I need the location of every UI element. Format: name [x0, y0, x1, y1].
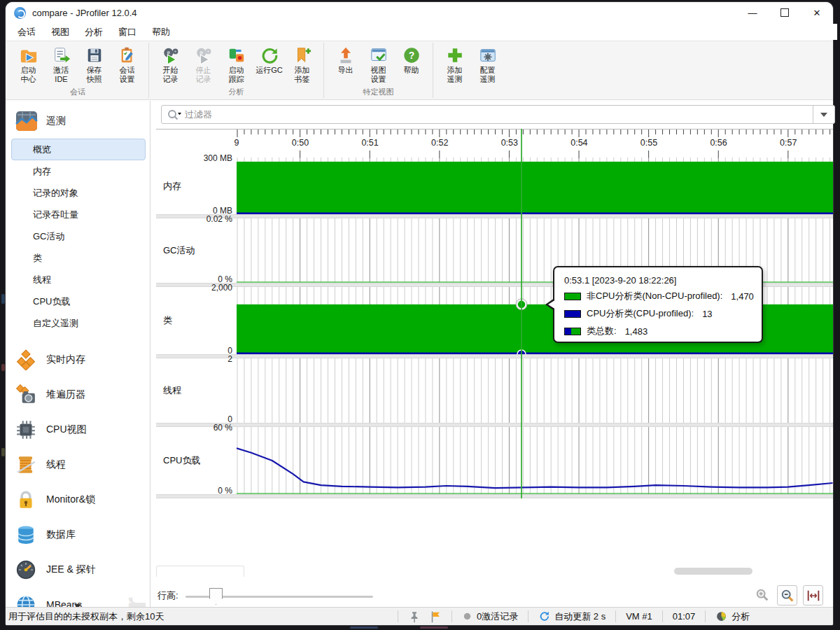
vm-selector[interactable]: VM #1 [622, 611, 657, 622]
sidebar-item-databases[interactable]: 数据库 [6, 517, 150, 552]
monitor-locks-label: Monitor&锁 [46, 493, 95, 506]
telemetry-chart-area[interactable]: 90:500:510:520:530:540:550:560:57内存300 M… [156, 129, 833, 605]
sidebar-item-线程[interactable]: 线程 [11, 269, 146, 290]
row-height-slider-thumb[interactable] [209, 588, 223, 605]
sidebar-tool-list: 实时内存堆遍历器CPU视图线程Monitor&锁数据库JEE & 探针MBean… [6, 342, 150, 610]
toolbar-group-会话: 启动 中心激活 IDE保存 快照会话 设置会话 [8, 41, 147, 99]
add-bookmark-icon [293, 46, 312, 65]
tooltip-row: 非CPU分析类(Non-CPU-profiled):1,470 [564, 290, 762, 302]
export-label: 导出 [338, 66, 354, 75]
sidebar-item-CPU负载[interactable]: CPU负载 [11, 290, 146, 312]
sidebar-item-monitor-locks[interactable]: Monitor&锁 [6, 482, 150, 517]
start-recording-button[interactable]: 开始 记录 [155, 44, 186, 85]
plot-内存[interactable] [237, 158, 833, 214]
run-gc-button[interactable]: 运行GC [253, 44, 285, 85]
menu-item-窗口[interactable]: 窗口 [111, 24, 144, 41]
time-axis-label: 0:56 [710, 138, 727, 148]
status-bar-right: 0激活记录 自动更新 2 s VM #1 01:07 [392, 608, 754, 625]
search-filter-icon [167, 108, 182, 121]
stop-recording-icon [194, 46, 214, 65]
start-tracking-label: 启动 跟踪 [229, 66, 244, 84]
jee-probes-label: JEE & 探针 [46, 564, 96, 576]
tooltip-title: 0:53.1 [2023-9-20 18:22:26] [564, 275, 762, 286]
zoom-in-icon [755, 587, 770, 603]
chart-row-label: CPU负载 [163, 454, 200, 467]
sidebar-item-内存[interactable]: 内存 [11, 160, 146, 182]
start-tracking-button[interactable]: 启动 跟踪 [220, 44, 252, 85]
legend-swatch-green [564, 293, 581, 300]
window-title: compare - JProfiler 12.0.4 [32, 8, 137, 18]
databases-label: 数据库 [46, 528, 76, 541]
filter-dropdown-button[interactable] [813, 106, 834, 123]
sidebar-item-记录的对象[interactable]: 记录的对象 [11, 182, 146, 204]
fit-width-button[interactable] [803, 585, 823, 606]
license-status-text: 用于评估目的的未授权副本，剩余10天 [8, 610, 164, 623]
zoom-out-icon [780, 588, 795, 603]
help-button[interactable]: ?帮助 [396, 44, 427, 85]
sidebar-item-类[interactable]: 类 [11, 247, 146, 269]
maximize-button[interactable] [769, 2, 801, 23]
svg-text:?: ? [408, 50, 414, 61]
sidebar-item-记录吞吐量[interactable]: 记录吞吐量 [11, 204, 146, 225]
legend-swatch-both [564, 328, 581, 335]
y-max-label: 300 MB [155, 153, 237, 163]
y-max-label: 2 [155, 354, 237, 364]
threads-label: 线程 [46, 458, 66, 471]
sidebar-item-live-memory[interactable]: 实时内存 [6, 342, 150, 377]
minimize-button[interactable]: — [736, 2, 769, 23]
menu-item-分析[interactable]: 分析 [77, 24, 111, 41]
stop-recording-button[interactable]: 停止 记录 [188, 44, 219, 85]
time-axis-label: 0:57 [780, 138, 797, 148]
close-button[interactable]: ✕ [801, 2, 833, 23]
refresh-icon [538, 610, 550, 622]
sidebar-item-自定义遥测[interactable]: 自定义遥测 [11, 312, 146, 334]
threads-icon [15, 454, 36, 475]
chart-row-label: GC活动 [163, 244, 195, 257]
save-snapshot-icon [85, 46, 104, 65]
chart-row-内存: 内存300 MB0 MB [156, 158, 833, 214]
hscrollbar-thumb[interactable] [674, 568, 752, 575]
zoom-in-button[interactable] [752, 585, 771, 604]
save-snapshot-button[interactable]: 保存 快照 [78, 44, 110, 85]
session-settings-button[interactable]: 会话 设置 [111, 44, 143, 85]
plot-CPU负载[interactable] [237, 427, 833, 494]
time-axis-label: 9 [234, 138, 239, 148]
sidebar: 遥测 概览内存记录的对象记录吞吐量GC活动类线程CPU负载自定义遥测 实时内存堆… [6, 101, 150, 610]
tooltip-row: 类总数:1,483 [564, 325, 762, 337]
toolbar-group-label [439, 96, 503, 99]
filter-bar[interactable]: 过滤器 [161, 105, 835, 124]
export-button[interactable]: 导出 [330, 44, 361, 85]
sidebar-item-概览[interactable]: 概览 [11, 139, 146, 160]
sidebar-item-jee-probes[interactable]: JEE & 探针 [6, 552, 150, 587]
activate-ide-button[interactable]: 激活 IDE [46, 44, 77, 85]
legend-swatch-blue [564, 310, 581, 318]
menu-item-帮助[interactable]: 帮助 [144, 24, 178, 41]
menu-item-会话[interactable]: 会话 [10, 24, 43, 41]
tooltip-row: CPU分析类(CPU-profiled):13 [564, 307, 762, 320]
toolbar-group-label: 特定视图 [330, 85, 427, 99]
sidebar-item-cpu-views[interactable]: CPU视图 [6, 412, 150, 447]
profiling-mode-status[interactable]: 分析 [711, 610, 754, 623]
bookmark-flag-icon[interactable] [425, 610, 446, 623]
configure-telemetry-button[interactable]: 配置 遥测 [472, 44, 503, 96]
recordings-status[interactable]: 0激活记录 [458, 610, 522, 623]
plot-线程[interactable] [237, 358, 833, 423]
sidebar-item-heap-walker[interactable]: 堆遍历器 [6, 377, 150, 412]
attach-pin-icon[interactable] [404, 610, 425, 623]
databases-icon [15, 524, 36, 545]
configure-telemetry-label: 配置 遥测 [480, 66, 496, 84]
menu-item-视图[interactable]: 视图 [43, 24, 77, 41]
add-telemetry-button[interactable]: 添加 遥测 [439, 44, 470, 96]
run-gc-label: 运行GC [255, 66, 283, 75]
view-settings-button[interactable]: 视图 设置 [363, 44, 394, 85]
maximize-icon [780, 8, 789, 17]
y-max-label: 0.02 % [155, 214, 237, 224]
launch-center-button[interactable]: 启动 中心 [13, 44, 44, 85]
add-bookmark-button[interactable]: 添加 书签 [286, 44, 318, 85]
zoom-out-button[interactable] [777, 585, 797, 606]
sidebar-item-GC活动[interactable]: GC活动 [11, 225, 146, 247]
sidebar-item-threads[interactable]: 线程 [6, 447, 150, 482]
legend-label: 类总数: [587, 325, 617, 337]
auto-update-status[interactable]: 自动更新 2 s [534, 610, 610, 623]
toolbar-separator [148, 43, 149, 98]
